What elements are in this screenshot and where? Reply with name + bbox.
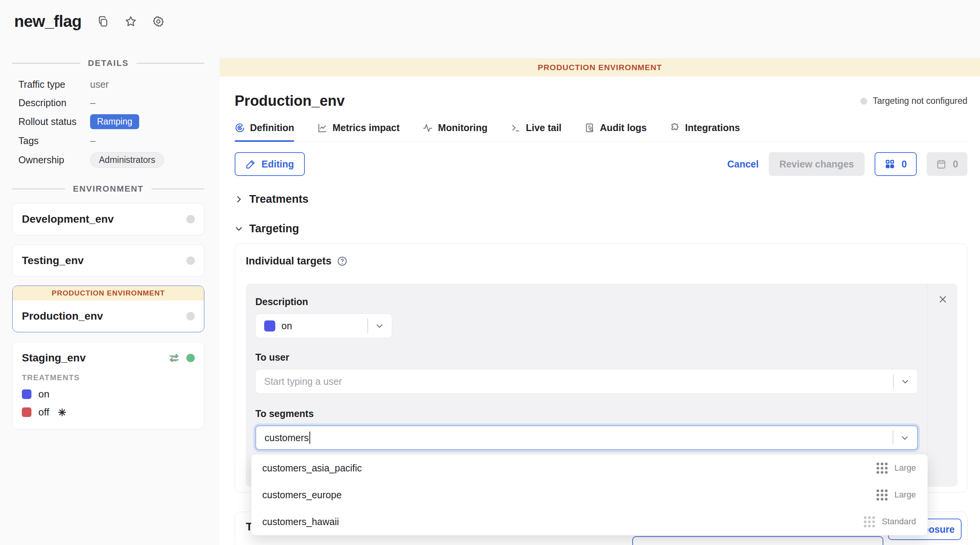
editing-button[interactable]: Editing	[235, 152, 305, 176]
to-segments-value: customers	[265, 432, 309, 443]
to-user-label: To user	[255, 352, 918, 363]
transfer-arrows-icon	[168, 353, 180, 363]
review-changes-button[interactable]: Review changes	[769, 152, 865, 176]
select-chevron[interactable]	[893, 369, 918, 393]
production-environment-banner: PRODUCTION ENVIRONMENT	[13, 286, 204, 300]
star-icon[interactable]	[125, 15, 137, 28]
env-card-testing[interactable]: Testing_env	[12, 245, 204, 277]
details-section-header: DETAILS	[12, 58, 204, 68]
detail-row-tags: Tags –	[18, 134, 199, 148]
description-label: Description	[255, 296, 918, 307]
treatment-select[interactable]: on	[255, 314, 392, 338]
environment-section-header: ENVIRONMENT	[12, 184, 204, 194]
status-dot	[860, 98, 867, 105]
env-card-staging[interactable]: Staging_env TREATMENTS on	[12, 341, 204, 429]
environment-title: Production_env	[235, 93, 345, 109]
tab-integrations[interactable]: Integrations	[670, 122, 740, 141]
chevron-right-icon	[235, 195, 243, 204]
segment-option-hawaii[interactable]: customers_hawaii Standard	[252, 508, 927, 535]
segment-grid-icon	[864, 516, 875, 527]
status-dot	[186, 312, 195, 320]
app-root: new_flag DETAILS Traffic type user Descr…	[0, 0, 980, 545]
text-caret	[309, 432, 310, 444]
detail-row-ownership: Ownership Administrators	[18, 152, 199, 168]
segment-grid-icon	[876, 489, 888, 501]
segment-size-label: Standard	[882, 517, 916, 527]
targeting-status-text: Targeting not configured	[873, 96, 967, 106]
grid-icon	[885, 159, 895, 169]
treatments-section-toggle[interactable]: Treatments	[235, 193, 967, 205]
copy-icon[interactable]	[97, 15, 109, 28]
ownership-pill[interactable]: Administrators	[90, 152, 164, 168]
help-icon[interactable]	[337, 256, 347, 266]
pulse-icon	[423, 123, 433, 133]
treatment-off-swatch	[22, 407, 31, 417]
tab-metrics-impact[interactable]: Metrics impact	[317, 122, 400, 141]
tab-definition[interactable]: Definition	[235, 122, 294, 141]
chevron-down-icon	[235, 225, 243, 233]
individual-targets-heading: Individual targets	[246, 255, 332, 267]
segment-grid-icon	[876, 463, 888, 474]
tab-audit-logs[interactable]: Audit logs	[585, 122, 647, 141]
segment-size-label: Large	[894, 463, 916, 473]
treatment-off-row: off	[22, 406, 195, 418]
rule-close-column	[927, 284, 957, 487]
select-chevron[interactable]	[367, 314, 392, 338]
treatment-on-swatch	[22, 389, 31, 399]
segment-option-europe[interactable]: customers_europe Large	[252, 481, 927, 508]
segments-dropdown: customers_asia_pacific Large customers_e…	[251, 454, 928, 535]
to-user-placeholder: Start typing a user	[256, 376, 342, 387]
flag-header: new_flag	[14, 12, 164, 31]
partially-hidden-button[interactable]	[632, 536, 883, 545]
to-user-input[interactable]: Start typing a user	[255, 369, 918, 394]
to-segments-input[interactable]: customers	[255, 425, 918, 450]
to-segments-label: To segments	[255, 408, 918, 419]
terminal-icon	[510, 123, 521, 133]
pencil-icon	[245, 159, 256, 169]
rollout-status-badge[interactable]: Ramping	[90, 114, 139, 129]
select-chevron[interactable]	[893, 426, 917, 449]
details-rows: Traffic type user Description – Rollout …	[18, 77, 199, 172]
active-status-dot	[186, 354, 195, 362]
targeting-status: Targeting not configured	[860, 96, 967, 106]
detail-row-traffic-type: Traffic type user	[18, 77, 199, 91]
env-card-development[interactable]: Development_env	[12, 203, 204, 235]
tab-bar: Definition Metrics impact Monitoring	[235, 122, 967, 141]
puzzle-icon	[670, 123, 680, 133]
status-dot	[186, 256, 195, 265]
target-icon	[235, 123, 245, 133]
environment-heading: ENVIRONMENT	[73, 184, 144, 194]
chart-icon	[317, 123, 327, 133]
treatments-label: TREATMENTS	[22, 373, 195, 382]
details-heading: DETAILS	[88, 58, 128, 68]
page-title: new_flag	[14, 12, 82, 31]
cancel-link[interactable]: Cancel	[727, 159, 759, 170]
default-treatment-icon	[58, 408, 67, 417]
audit-log-icon	[585, 123, 595, 133]
status-dot	[186, 215, 195, 223]
segment-option-asia-pacific[interactable]: customers_asia_pacific Large	[252, 455, 927, 481]
segment-size-label: Large	[894, 490, 916, 500]
detail-row-description: Description –	[18, 96, 199, 110]
env-card-production[interactable]: PRODUCTION ENVIRONMENT Production_env	[12, 286, 204, 332]
targeting-section-toggle[interactable]: Targeting	[235, 222, 967, 235]
production-environment-top-banner: PRODUCTION ENVIRONMENT	[220, 58, 980, 77]
tab-live-tail[interactable]: Live tail	[510, 122, 561, 141]
environment-list: Development_env Testing_env PRODUCTION E…	[12, 200, 204, 429]
treatment-on-swatch	[264, 320, 275, 332]
treatment-on-row: on	[22, 388, 195, 400]
edit-toolbar: Editing Cancel Review changes 0	[235, 152, 967, 176]
detail-row-rollout-status: Rollout status Ramping	[18, 114, 199, 129]
calendar-icon	[936, 159, 947, 169]
gear-icon[interactable]	[152, 15, 164, 28]
scheduled-count-button[interactable]: 0	[927, 152, 967, 176]
close-icon[interactable]	[938, 294, 948, 304]
tab-monitoring[interactable]: Monitoring	[423, 122, 487, 141]
changes-count-button[interactable]: 0	[875, 152, 917, 176]
